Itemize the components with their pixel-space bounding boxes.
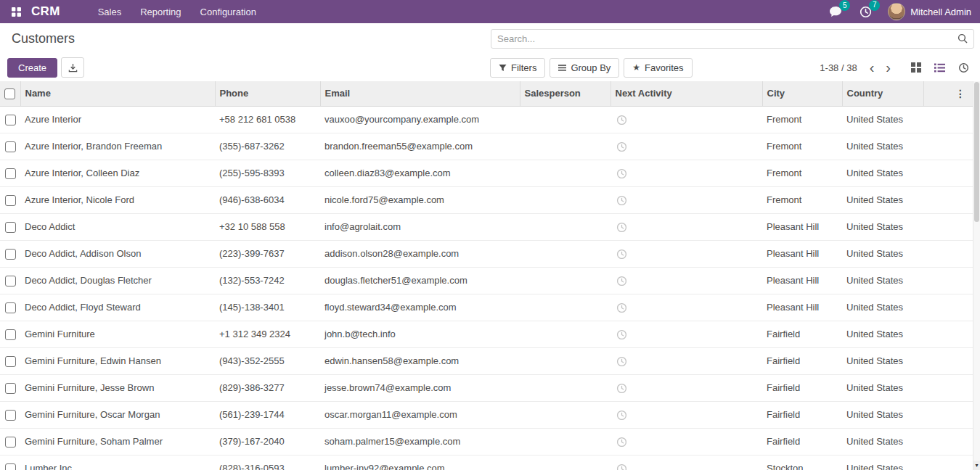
scrollbar-down-arrow[interactable]: ▾: [973, 461, 980, 470]
menu-item-reporting[interactable]: Reporting: [137, 5, 184, 19]
row-checkbox[interactable]: [5, 437, 16, 448]
pager-value: 1-38 / 38: [820, 62, 857, 73]
cell-next-activity[interactable]: [611, 294, 762, 321]
cell-phone: (561)-239-1744: [215, 401, 320, 428]
schedule-activity-clock-icon: [616, 302, 627, 313]
export-button[interactable]: [61, 57, 84, 78]
search-button[interactable]: [957, 33, 968, 44]
column-header-next-activity[interactable]: Next Activity: [611, 81, 762, 106]
row-checkbox-cell: [0, 133, 20, 160]
cell-email: soham.palmer15@example.com: [320, 428, 520, 455]
group-by-button[interactable]: Group By: [550, 58, 619, 78]
column-header-phone[interactable]: Phone: [215, 81, 320, 106]
row-checkbox[interactable]: [5, 302, 16, 313]
cell-next-activity[interactable]: [611, 267, 762, 294]
activities-button[interactable]: 7: [858, 4, 873, 20]
cell-country: United States: [842, 294, 923, 321]
cell-filler: [923, 455, 973, 470]
row-checkbox[interactable]: [5, 410, 16, 421]
cell-next-activity[interactable]: [611, 133, 762, 160]
create-button[interactable]: Create: [7, 58, 57, 78]
apps-menu-button[interactable]: [7, 3, 25, 20]
cell-name: Gemini Furniture, Soham Palmer: [20, 428, 215, 455]
table-row[interactable]: Deco Addict +32 10 588 558 info@agrolait…: [0, 213, 973, 240]
table-row[interactable]: Azure Interior, Colleen Diaz (255)-595-8…: [0, 160, 973, 186]
app-title[interactable]: CRM: [31, 4, 60, 19]
user-menu[interactable]: Mitchell Admin: [888, 3, 973, 20]
cell-next-activity[interactable]: [611, 213, 762, 240]
cell-next-activity[interactable]: [611, 160, 762, 186]
activity-view-button[interactable]: [953, 60, 974, 75]
row-checkbox[interactable]: [5, 141, 16, 152]
main-menu: Sales Reporting Configuration: [95, 5, 259, 19]
row-checkbox[interactable]: [5, 168, 16, 179]
activities-badge: 7: [869, 0, 880, 11]
table-row[interactable]: Lumber Inc (828)-316-0593 lumber-inv92@e…: [0, 455, 973, 470]
row-checkbox[interactable]: [5, 383, 16, 394]
pager-previous-button[interactable]: ‹: [865, 62, 880, 73]
cell-city: Pleasant Hill: [762, 267, 842, 294]
schedule-activity-clock-icon: [616, 276, 627, 286]
row-checkbox[interactable]: [5, 463, 16, 470]
menu-item-configuration[interactable]: Configuration: [197, 5, 259, 19]
table-row[interactable]: Gemini Furniture, Oscar Morgan (561)-239…: [0, 401, 973, 428]
favorites-button[interactable]: ★ Favorites: [624, 58, 692, 78]
filters-button[interactable]: Filters: [490, 58, 545, 78]
cell-phone: (145)-138-3401: [215, 294, 320, 321]
cell-filler: [923, 267, 973, 294]
table-row[interactable]: Gemini Furniture +1 312 349 2324 john.b@…: [0, 321, 973, 347]
cell-next-activity[interactable]: [611, 186, 762, 213]
cell-next-activity[interactable]: [611, 428, 762, 455]
cell-email: brandon.freeman55@example.com: [320, 133, 520, 160]
cell-next-activity[interactable]: [611, 240, 762, 267]
table-row[interactable]: Azure Interior, Brandon Freeman (355)-68…: [0, 133, 973, 160]
row-checkbox[interactable]: [5, 195, 16, 206]
cell-filler: [923, 186, 973, 213]
column-header-country[interactable]: Country: [842, 81, 923, 106]
pager-next-button[interactable]: ›: [881, 62, 896, 73]
cell-phone: (255)-595-8393: [215, 160, 320, 186]
row-checkbox[interactable]: [5, 329, 16, 340]
cell-salesperson: [520, 374, 611, 401]
column-header-name[interactable]: Name: [20, 81, 215, 106]
table-body: Azure Interior +58 212 681 0538 vauxoo@y…: [0, 106, 973, 470]
optional-columns-toggle[interactable]: ⋮: [952, 88, 968, 99]
kanban-view-button[interactable]: [906, 60, 926, 75]
cell-country: United States: [842, 321, 923, 347]
cell-email: info@agrolait.com: [320, 213, 520, 240]
cell-next-activity[interactable]: [611, 106, 762, 133]
table-row[interactable]: Azure Interior, Nicole Ford (946)-638-60…: [0, 186, 973, 213]
list-view-icon: [934, 63, 945, 73]
search-input[interactable]: [497, 33, 957, 44]
cell-country: United States: [842, 186, 923, 213]
cell-name: Azure Interior, Brandon Freeman: [20, 133, 215, 160]
messages-button[interactable]: 5: [828, 4, 844, 19]
column-header-salesperson[interactable]: Salesperson: [520, 81, 611, 106]
table-row[interactable]: Gemini Furniture, Edwin Hansen (943)-352…: [0, 347, 973, 374]
column-header-email[interactable]: Email: [320, 81, 520, 106]
table-row[interactable]: Azure Interior +58 212 681 0538 vauxoo@y…: [0, 106, 973, 133]
list-view-button[interactable]: [929, 61, 950, 75]
cell-next-activity[interactable]: [611, 374, 762, 401]
row-checkbox[interactable]: [5, 222, 16, 233]
cell-next-activity[interactable]: [611, 347, 762, 374]
row-checkbox[interactable]: [5, 249, 16, 260]
cell-next-activity[interactable]: [611, 401, 762, 428]
column-header-city[interactable]: City: [762, 81, 842, 106]
table-row[interactable]: Gemini Furniture, Soham Palmer (379)-167…: [0, 428, 973, 455]
select-all-checkbox[interactable]: [4, 88, 15, 99]
cell-next-activity[interactable]: [611, 321, 762, 347]
row-checkbox[interactable]: [5, 356, 16, 367]
row-checkbox[interactable]: [5, 276, 16, 286]
cell-name: Deco Addict, Douglas Fletcher: [20, 267, 215, 294]
cell-city: Fairfield: [762, 347, 842, 374]
table-row[interactable]: Gemini Furniture, Jesse Brown (829)-386-…: [0, 374, 973, 401]
table-row[interactable]: Deco Addict, Addison Olson (223)-399-763…: [0, 240, 973, 267]
table-row[interactable]: Deco Addict, Douglas Fletcher (132)-553-…: [0, 267, 973, 294]
scrollbar-thumb[interactable]: [974, 82, 979, 222]
cell-next-activity[interactable]: [611, 455, 762, 470]
row-checkbox[interactable]: [5, 115, 16, 125]
menu-item-sales[interactable]: Sales: [95, 5, 125, 19]
table-row[interactable]: Deco Addict, Floyd Steward (145)-138-340…: [0, 294, 973, 321]
cell-country: United States: [842, 374, 923, 401]
